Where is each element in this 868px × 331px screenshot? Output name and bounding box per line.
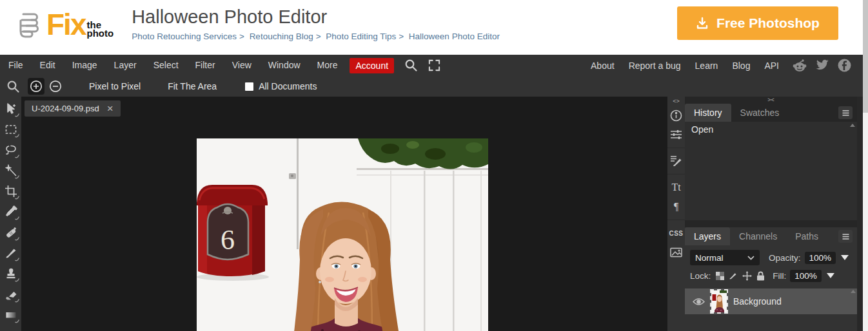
magic-wand-tool[interactable] xyxy=(3,162,19,179)
move-tool[interactable] xyxy=(3,100,19,117)
close-tab-icon[interactable]: × xyxy=(107,103,113,114)
canvas-area[interactable]: U-2024-09-09.psd × xyxy=(21,97,667,331)
lock-position-icon[interactable] xyxy=(742,271,752,281)
lock-pixels-icon[interactable] xyxy=(729,271,738,280)
fill-dropdown-arrow[interactable] xyxy=(827,273,834,278)
fill-label: Fill: xyxy=(773,271,786,281)
logo-tagline-bottom: photo xyxy=(86,29,113,37)
layer-thumbnail xyxy=(711,290,727,312)
gradient-tool[interactable] xyxy=(3,307,19,323)
menu-report-a-bug[interactable]: Report a bug xyxy=(622,61,688,71)
fixthephoto-logo[interactable]: Fix the photo xyxy=(15,9,113,40)
scroll-up-arrow[interactable] xyxy=(850,124,855,127)
document-tab[interactable]: U-2024-09-09.psd × xyxy=(25,100,121,117)
pixel-to-pixel-button[interactable]: Pixel to Pixel xyxy=(89,81,141,91)
menu-layer[interactable]: Layer xyxy=(106,55,145,76)
breadcrumb-link-blog[interactable]: Retouching Blog xyxy=(250,32,313,41)
more-tool-partial[interactable] xyxy=(3,327,19,331)
menu-view[interactable]: View xyxy=(224,55,260,76)
menu-window[interactable]: Window xyxy=(260,55,309,76)
lasso-tool[interactable] xyxy=(3,142,19,158)
menu-file[interactable]: File xyxy=(0,55,32,76)
editor-menubar: File Edit Image Layer Select Filter View… xyxy=(0,55,863,76)
rect-select-tool[interactable] xyxy=(3,121,19,138)
menu-image[interactable]: Image xyxy=(64,55,106,76)
paragraph-panel-button[interactable]: ¶ xyxy=(667,197,685,216)
breadcrumb-link-services[interactable]: Photo Retouching Services xyxy=(132,32,237,41)
visibility-eye-icon[interactable] xyxy=(693,298,705,306)
reddit-icon[interactable] xyxy=(793,59,807,72)
eyedropper-tool[interactable] xyxy=(3,203,19,220)
zoom-tool-indicator[interactable] xyxy=(6,80,20,93)
subtool-arrow xyxy=(15,134,19,138)
lock-transparency-icon[interactable] xyxy=(716,272,724,280)
account-button[interactable]: Account xyxy=(350,58,394,73)
tab-history[interactable]: History xyxy=(685,104,731,122)
menu-more[interactable]: More xyxy=(309,55,346,76)
scroll-up-arrow[interactable] xyxy=(851,290,856,293)
subtool-arrow xyxy=(15,299,19,303)
menu-filter[interactable]: Filter xyxy=(187,55,224,76)
tab-layers[interactable]: Layers xyxy=(685,227,730,245)
panel-column: >< History Swatches Open Layers Channels xyxy=(685,97,863,331)
breadcrumb-link-tips[interactable]: Photo Editing Tips xyxy=(326,32,396,41)
opacity-value[interactable]: 100% xyxy=(805,252,836,264)
fullscreen-icon xyxy=(428,59,440,71)
spot-heal-tool[interactable] xyxy=(3,224,19,241)
css-panel-button[interactable]: CSS xyxy=(667,223,685,243)
breadcrumb-separator: > xyxy=(239,32,244,41)
free-photoshop-button[interactable]: Free Photoshop xyxy=(677,6,838,40)
canvas-photo[interactable]: 6 xyxy=(197,138,488,331)
layer-name: Background xyxy=(733,296,782,307)
menu-edit[interactable]: Edit xyxy=(32,55,64,76)
document-tab-label: U-2024-09-09.psd xyxy=(32,104,99,113)
layers-panel: Layers Channels Paths Normal Opacity: 10… xyxy=(685,227,857,331)
tab-swatches[interactable]: Swatches xyxy=(731,104,789,122)
subtool-arrow xyxy=(15,175,19,180)
menu-select[interactable]: Select xyxy=(145,55,187,76)
history-panel-menu-button[interactable] xyxy=(838,106,853,119)
page-scrollbar[interactable] xyxy=(863,0,868,331)
all-documents-checkbox[interactable] xyxy=(245,82,253,91)
opacity-label: Opacity: xyxy=(769,253,801,263)
layers-panel-menu-button[interactable] xyxy=(838,230,853,243)
menu-learn[interactable]: Learn xyxy=(688,61,725,71)
twitter-icon[interactable] xyxy=(815,59,829,71)
info-panel-button[interactable] xyxy=(667,106,685,125)
hamburger-icon xyxy=(842,110,849,116)
zoom-in-button[interactable] xyxy=(28,78,44,95)
zoom-out-button[interactable] xyxy=(49,80,62,93)
menu-blog[interactable]: Blog xyxy=(725,61,757,71)
opacity-dropdown-arrow[interactable] xyxy=(841,255,849,260)
subtool-arrow xyxy=(15,237,19,241)
menu-search-button[interactable] xyxy=(399,59,423,72)
all-documents-label[interactable]: All Documents xyxy=(259,81,317,91)
menu-api[interactable]: API xyxy=(757,61,786,71)
menu-about[interactable]: About xyxy=(584,61,622,71)
history-entry-open[interactable]: Open xyxy=(685,122,857,137)
brush-tool[interactable] xyxy=(3,245,19,261)
fill-value[interactable]: 100% xyxy=(790,270,822,282)
layer-row-background[interactable]: Background xyxy=(685,288,857,314)
fit-the-area-button[interactable]: Fit The Area xyxy=(168,81,217,91)
subtool-arrow xyxy=(15,155,19,159)
tab-channels[interactable]: Channels xyxy=(730,227,786,245)
hamburger-icon xyxy=(842,234,849,240)
adjustments-panel-button[interactable] xyxy=(667,125,685,144)
eraser-tool[interactable] xyxy=(3,286,19,303)
scrollbar-thumb[interactable] xyxy=(863,0,868,113)
lock-label: Lock: xyxy=(690,271,711,281)
clone-stamp-tool[interactable] xyxy=(3,265,19,282)
image-panel-button[interactable] xyxy=(667,243,685,262)
collapse-left-icon[interactable]: <> xyxy=(673,98,680,106)
tab-paths[interactable]: Paths xyxy=(786,227,827,245)
blend-mode-select[interactable]: Normal xyxy=(690,250,760,265)
facebook-icon[interactable] xyxy=(838,59,851,72)
crop-tool[interactable] xyxy=(3,183,19,200)
lock-all-icon[interactable] xyxy=(756,271,765,281)
collapse-right-icon[interactable]: >< xyxy=(767,97,774,104)
brush-settings-panel-button[interactable] xyxy=(667,151,685,171)
character-panel-button[interactable]: Tt xyxy=(667,178,685,197)
page-title: Halloween Photo Editor xyxy=(132,5,500,28)
fullscreen-button[interactable] xyxy=(423,59,446,71)
